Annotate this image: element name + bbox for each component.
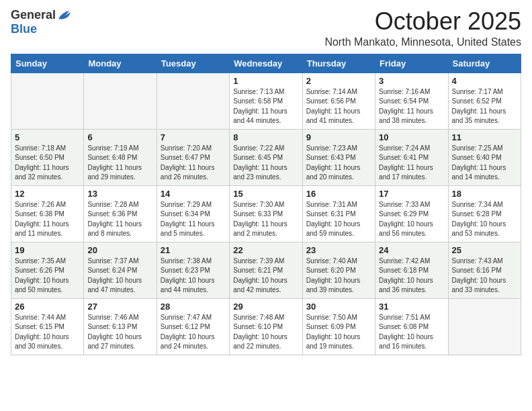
location-text: North Mankato, Minnesota, United States [324, 36, 521, 48]
day-number: 28 [161, 302, 226, 312]
day-info: Sunrise: 7:51 AMSunset: 6:08 PMDaylight:… [379, 313, 444, 352]
day-number: 3 [379, 76, 444, 86]
calendar-week-row-2: 12Sunrise: 7:26 AMSunset: 6:38 PMDayligh… [11, 185, 521, 242]
calendar-cell-0-1 [84, 73, 157, 129]
day-info: Sunrise: 7:35 AMSunset: 6:26 PMDaylight:… [15, 257, 80, 295]
day-number: 16 [306, 189, 371, 199]
day-number: 12 [15, 189, 80, 199]
day-info: Sunrise: 7:19 AMSunset: 6:48 PMDaylight:… [87, 144, 152, 183]
day-info: Sunrise: 7:37 AMSunset: 6:24 PMDaylight:… [87, 257, 152, 295]
day-info: Sunrise: 7:30 AMSunset: 6:33 PMDaylight:… [233, 200, 298, 239]
day-info: Sunrise: 7:44 AMSunset: 6:15 PMDaylight:… [15, 313, 80, 352]
calendar-cell-3-4: 23Sunrise: 7:40 AMSunset: 6:20 PMDayligh… [302, 242, 375, 298]
calendar-cell-3-0: 19Sunrise: 7:35 AMSunset: 6:26 PMDayligh… [11, 242, 84, 298]
calendar-cell-2-5: 17Sunrise: 7:33 AMSunset: 6:29 PMDayligh… [375, 185, 448, 242]
day-number: 25 [452, 245, 517, 255]
day-number: 5 [15, 132, 80, 142]
col-friday: Friday [375, 54, 448, 73]
calendar-cell-2-1: 13Sunrise: 7:28 AMSunset: 6:36 PMDayligh… [84, 185, 157, 242]
calendar-cell-0-0 [11, 73, 84, 129]
day-number: 23 [306, 245, 371, 255]
logo-blue-text: Blue [11, 22, 37, 36]
day-number: 1 [233, 76, 298, 86]
calendar-cell-2-4: 16Sunrise: 7:31 AMSunset: 6:31 PMDayligh… [302, 185, 375, 242]
day-number: 22 [233, 245, 298, 255]
calendar-cell-3-3: 22Sunrise: 7:39 AMSunset: 6:21 PMDayligh… [230, 242, 302, 298]
day-info: Sunrise: 7:42 AMSunset: 6:18 PMDaylight:… [379, 257, 444, 295]
day-info: Sunrise: 7:24 AMSunset: 6:41 PMDaylight:… [379, 144, 444, 183]
day-info: Sunrise: 7:29 AMSunset: 6:34 PMDaylight:… [161, 200, 226, 239]
day-number: 8 [233, 132, 298, 142]
day-number: 31 [379, 302, 444, 312]
day-number: 20 [87, 245, 152, 255]
day-number: 30 [306, 302, 371, 312]
day-number: 17 [379, 189, 444, 199]
day-info: Sunrise: 7:38 AMSunset: 6:23 PMDaylight:… [161, 257, 226, 295]
calendar-cell-0-4: 2Sunrise: 7:14 AMSunset: 6:56 PMDaylight… [302, 73, 375, 129]
calendar-cell-4-3: 29Sunrise: 7:48 AMSunset: 6:10 PMDayligh… [230, 298, 302, 355]
day-info: Sunrise: 7:26 AMSunset: 6:38 PMDaylight:… [15, 200, 80, 239]
logo-bird-icon [57, 9, 72, 21]
day-info: Sunrise: 7:28 AMSunset: 6:36 PMDaylight:… [87, 200, 152, 239]
day-info: Sunrise: 7:13 AMSunset: 6:58 PMDaylight:… [233, 87, 298, 126]
day-number: 15 [233, 189, 298, 199]
col-thursday: Thursday [302, 54, 375, 73]
col-tuesday: Tuesday [157, 54, 229, 73]
calendar-cell-1-4: 9Sunrise: 7:23 AMSunset: 6:43 PMDaylight… [302, 129, 375, 185]
calendar-cell-1-3: 8Sunrise: 7:22 AMSunset: 6:45 PMDaylight… [230, 129, 302, 185]
calendar-cell-2-0: 12Sunrise: 7:26 AMSunset: 6:38 PMDayligh… [11, 185, 84, 242]
day-info: Sunrise: 7:50 AMSunset: 6:09 PMDaylight:… [306, 313, 371, 352]
day-number: 4 [452, 76, 517, 86]
day-number: 14 [161, 189, 226, 199]
logo: General Blue [11, 8, 72, 36]
col-sunday: Sunday [11, 54, 84, 73]
calendar-cell-4-2: 28Sunrise: 7:47 AMSunset: 6:12 PMDayligh… [157, 298, 229, 355]
calendar-cell-4-5: 31Sunrise: 7:51 AMSunset: 6:08 PMDayligh… [375, 298, 448, 355]
month-title: October 2025 [324, 8, 521, 35]
day-number: 29 [233, 302, 298, 312]
calendar-cell-1-2: 7Sunrise: 7:20 AMSunset: 6:47 PMDaylight… [157, 129, 229, 185]
col-monday: Monday [84, 54, 157, 73]
calendar-header-row: Sunday Monday Tuesday Wednesday Thursday… [11, 54, 521, 73]
day-number: 11 [452, 132, 517, 142]
calendar-cell-2-6: 18Sunrise: 7:34 AMSunset: 6:28 PMDayligh… [448, 185, 521, 242]
day-info: Sunrise: 7:22 AMSunset: 6:45 PMDaylight:… [233, 144, 298, 183]
day-number: 9 [306, 132, 371, 142]
day-info: Sunrise: 7:20 AMSunset: 6:47 PMDaylight:… [161, 144, 226, 183]
day-info: Sunrise: 7:17 AMSunset: 6:52 PMDaylight:… [452, 87, 517, 126]
calendar-cell-1-5: 10Sunrise: 7:24 AMSunset: 6:41 PMDayligh… [375, 129, 448, 185]
calendar-cell-4-1: 27Sunrise: 7:46 AMSunset: 6:13 PMDayligh… [84, 298, 157, 355]
calendar-week-row-3: 19Sunrise: 7:35 AMSunset: 6:26 PMDayligh… [11, 242, 521, 298]
calendar-week-row-4: 26Sunrise: 7:44 AMSunset: 6:15 PMDayligh… [11, 298, 521, 355]
calendar-cell-0-6: 4Sunrise: 7:17 AMSunset: 6:52 PMDaylight… [448, 73, 521, 129]
day-info: Sunrise: 7:40 AMSunset: 6:20 PMDaylight:… [306, 257, 371, 295]
page: General Blue October 2025 North Mankato,… [0, 0, 532, 411]
day-number: 18 [452, 189, 517, 199]
calendar-cell-1-1: 6Sunrise: 7:19 AMSunset: 6:48 PMDaylight… [84, 129, 157, 185]
day-number: 7 [161, 132, 226, 142]
day-number: 10 [379, 132, 444, 142]
calendar-cell-1-6: 11Sunrise: 7:25 AMSunset: 6:40 PMDayligh… [448, 129, 521, 185]
day-info: Sunrise: 7:46 AMSunset: 6:13 PMDaylight:… [87, 313, 152, 352]
calendar-cell-3-6: 25Sunrise: 7:43 AMSunset: 6:16 PMDayligh… [448, 242, 521, 298]
calendar-cell-4-4: 30Sunrise: 7:50 AMSunset: 6:09 PMDayligh… [302, 298, 375, 355]
day-info: Sunrise: 7:47 AMSunset: 6:12 PMDaylight:… [161, 313, 226, 352]
calendar-cell-4-0: 26Sunrise: 7:44 AMSunset: 6:15 PMDayligh… [11, 298, 84, 355]
day-info: Sunrise: 7:18 AMSunset: 6:50 PMDaylight:… [15, 144, 80, 183]
day-info: Sunrise: 7:43 AMSunset: 6:16 PMDaylight:… [452, 257, 517, 295]
day-info: Sunrise: 7:14 AMSunset: 6:56 PMDaylight:… [306, 87, 371, 126]
calendar-cell-0-2 [157, 73, 229, 129]
calendar-table: Sunday Monday Tuesday Wednesday Thursday… [11, 54, 521, 355]
day-info: Sunrise: 7:23 AMSunset: 6:43 PMDaylight:… [306, 144, 371, 183]
day-info: Sunrise: 7:48 AMSunset: 6:10 PMDaylight:… [233, 313, 298, 352]
col-saturday: Saturday [448, 54, 521, 73]
day-number: 19 [15, 245, 80, 255]
header: General Blue October 2025 North Mankato,… [11, 8, 521, 48]
calendar-cell-3-2: 21Sunrise: 7:38 AMSunset: 6:23 PMDayligh… [157, 242, 229, 298]
col-wednesday: Wednesday [230, 54, 302, 73]
day-info: Sunrise: 7:33 AMSunset: 6:29 PMDaylight:… [379, 200, 444, 239]
calendar-cell-4-6 [448, 298, 521, 355]
calendar-cell-2-2: 14Sunrise: 7:29 AMSunset: 6:34 PMDayligh… [157, 185, 229, 242]
calendar-cell-1-0: 5Sunrise: 7:18 AMSunset: 6:50 PMDaylight… [11, 129, 84, 185]
day-number: 27 [87, 302, 152, 312]
